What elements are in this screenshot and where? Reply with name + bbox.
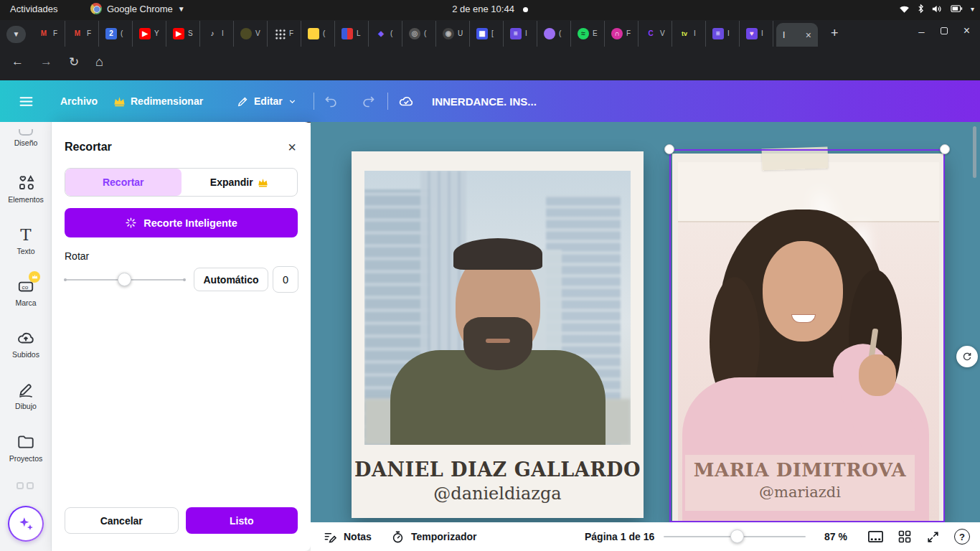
main-menu-button[interactable] xyxy=(19,80,34,122)
active-tab[interactable]: I × xyxy=(776,23,818,47)
tab-crop[interactable]: Recortar xyxy=(65,169,182,196)
slider-handle[interactable] xyxy=(118,273,131,286)
spotify-tab[interactable]: ≈E xyxy=(571,21,605,47)
edit-menu[interactable]: Editar xyxy=(237,80,297,122)
pink-site-tab[interactable]: ∩F xyxy=(605,21,639,47)
canvas-scrollbar[interactable] xyxy=(973,126,976,178)
lamp-site-tab[interactable]: ( xyxy=(301,21,335,47)
gmail-tab[interactable]: MF xyxy=(32,21,65,47)
sidebar-item-elements[interactable]: Elementos xyxy=(0,174,52,204)
sidebar-item-brand[interactable]: co Marca xyxy=(0,277,52,307)
list-site-tab[interactable]: ≡I xyxy=(504,21,537,47)
back-button[interactable]: ← xyxy=(11,55,24,69)
svg-text:co: co xyxy=(22,284,29,291)
google-apps-tab[interactable]: F xyxy=(268,21,301,47)
tab-search-button[interactable]: ▼ xyxy=(6,26,26,43)
document-title[interactable]: INNERDANCE. INS... xyxy=(432,80,537,122)
selection-handle-top-left[interactable] xyxy=(664,144,674,154)
bluetooth-icon xyxy=(918,4,924,14)
tab-title-truncated: ( xyxy=(121,29,123,37)
window-site-tab[interactable]: ▦[ xyxy=(470,21,504,47)
zoom-level-label: 87 % xyxy=(824,531,847,542)
tab-close-icon[interactable]: × xyxy=(806,29,811,41)
sidebar-item-projects[interactable]: Proyectos xyxy=(0,433,52,463)
undo-button[interactable] xyxy=(324,80,339,122)
youtube-tab[interactable]: ▶Y xyxy=(133,21,166,47)
fullscreen-button[interactable] xyxy=(926,522,940,551)
zoom-level[interactable]: 87 % xyxy=(824,522,847,551)
heart-site-tab[interactable]: ♥I xyxy=(740,21,773,47)
tab-title-truncated: I xyxy=(525,29,527,37)
close-icon[interactable]: × xyxy=(288,139,296,156)
expand-icon xyxy=(926,530,940,544)
pages-view-button[interactable] xyxy=(867,522,884,551)
audio-tab-tab[interactable]: ♪I xyxy=(200,21,234,47)
sidebar-item-apps-partial[interactable] xyxy=(17,482,35,492)
tab-title-truncated: ( xyxy=(390,29,392,37)
caption-handle[interactable]: @danieldiazga xyxy=(352,484,644,504)
selection-handle-top-right[interactable] xyxy=(940,144,950,154)
edit-label: Editar xyxy=(254,95,283,107)
cancel-button[interactable]: Cancelar xyxy=(65,507,179,534)
gmail-tab[interactable]: MF xyxy=(65,21,99,47)
photo-card-daniel[interactable]: DANIEL DIAZ GALLARDO @danieldiazga xyxy=(352,151,644,518)
rotation-value-input[interactable]: 0 xyxy=(273,266,298,293)
header-divider xyxy=(387,93,388,110)
purple-site-tab[interactable]: ( xyxy=(537,21,571,47)
youtube-tab[interactable]: ▶S xyxy=(166,21,200,47)
close-window-button[interactable]: × xyxy=(963,24,970,37)
done-button[interactable]: Listo xyxy=(186,507,298,534)
sidebar-item-uploads[interactable]: Subidos xyxy=(0,329,52,359)
help-button[interactable]: ? xyxy=(954,522,970,551)
caption-name[interactable]: DANIEL DIAZ GALLARDO xyxy=(352,458,644,481)
sidebar-item-text[interactable]: T Texto xyxy=(0,225,52,255)
photo-daniel xyxy=(364,171,631,445)
new-tab-button[interactable]: + xyxy=(831,25,839,41)
tv-site-tab[interactable]: tvI xyxy=(672,21,706,47)
canva-assistant-button[interactable] xyxy=(8,506,44,542)
tab-title-truncated: ( xyxy=(559,29,561,37)
canva-tab[interactable]: CV xyxy=(639,21,672,47)
redo-button[interactable] xyxy=(361,80,375,122)
screen: Actividades Google Chrome ▼ 2 de ene 10:… xyxy=(0,0,980,551)
clock-label: 2 de ene 10:44 xyxy=(452,4,514,14)
diamond-site-tab[interactable]: ◆( xyxy=(369,21,402,47)
zoom-slider-handle[interactable] xyxy=(730,529,744,543)
save-status-button[interactable] xyxy=(397,80,415,122)
home-button[interactable]: ⌂ xyxy=(95,55,103,70)
zoom-slider[interactable] xyxy=(664,522,806,551)
smart-crop-button[interactable]: Recorte Inteligente xyxy=(65,208,298,237)
resize-button[interactable]: Redimensionar xyxy=(113,80,203,122)
list-site-favicon: ≡ xyxy=(510,28,522,39)
notes-button[interactable]: Notas xyxy=(324,522,372,551)
forward-button[interactable]: → xyxy=(40,55,52,69)
system-tray[interactable]: ▾ xyxy=(899,4,974,14)
tab-title-truncated: E xyxy=(593,29,598,37)
list-site-tab[interactable]: ≡I xyxy=(706,21,740,47)
page-indicator[interactable]: Página 1 de 16 xyxy=(585,522,654,551)
window-site-favicon: ▦ xyxy=(476,28,488,39)
dark-site-tab[interactable]: V xyxy=(234,21,268,47)
file-menu[interactable]: Archivo xyxy=(60,80,98,122)
minimize-button[interactable]: – xyxy=(918,25,924,37)
tab-expand[interactable]: Expandir xyxy=(182,169,298,196)
sidebar-item-draw[interactable]: Dibujo xyxy=(0,380,52,410)
redo-icon xyxy=(361,94,375,108)
restore-button[interactable] xyxy=(941,27,948,34)
person-daniel xyxy=(383,230,613,445)
spiral-site-tab[interactable]: ◎( xyxy=(402,21,436,47)
bars-site-tab[interactable]: L xyxy=(335,21,369,47)
fingerprint-site-tab[interactable]: ◉U xyxy=(436,21,470,47)
rotation-slider[interactable] xyxy=(65,273,185,287)
clock[interactable]: 2 de ene 10:44 xyxy=(0,4,980,14)
timer-button[interactable]: Temporizador xyxy=(391,522,477,551)
sidebar-item-design[interactable]: Diseño xyxy=(0,129,52,147)
bars-site-favicon xyxy=(341,28,353,39)
design-canvas[interactable]: DANIEL DIAZ GALLARDO @danieldiazga xyxy=(311,122,980,522)
auto-rotate-button[interactable]: Automático xyxy=(194,268,268,291)
reload-button[interactable]: ↻ xyxy=(69,55,79,70)
rotate-handle[interactable] xyxy=(956,346,978,367)
google-calendar-tab[interactable]: 2( xyxy=(99,21,133,47)
browser-tabs: MFMF2(▶Y▶S♪IVF(L◆(◎(◉U▦[≡I(≈E∩FCVtvI≡I♥I xyxy=(32,20,773,47)
grid-view-button[interactable] xyxy=(897,522,912,551)
